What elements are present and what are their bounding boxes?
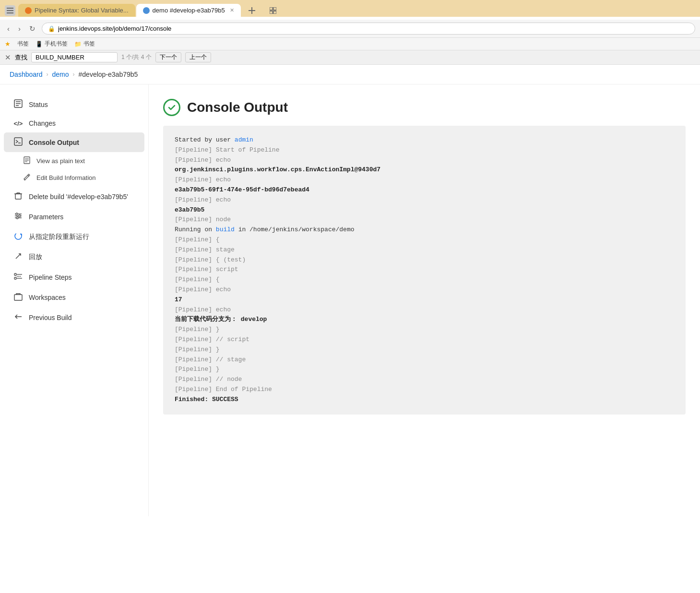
plain-text-icon [23, 156, 31, 166]
svg-point-31 [15, 233, 22, 239]
find-prev-button[interactable]: 上一个 [185, 52, 211, 62]
console-line-16: [Pipeline] echo [175, 285, 674, 295]
bookmark-3-label: 书签 [83, 40, 95, 48]
breadcrumb-dashboard[interactable]: Dashboard [10, 71, 43, 78]
pipeline-steps-label: Pipeline Steps [29, 273, 72, 281]
changes-icon: </> [13, 120, 23, 127]
tab-demo-build[interactable]: demo #develop-e3ab79b5 ✕ [136, 4, 241, 17]
svg-rect-33 [14, 277, 16, 279]
admin-link[interactable]: admin [235, 136, 253, 143]
console-output-label: Console Output [29, 139, 79, 146]
find-next-button[interactable]: 下一个 [155, 52, 181, 62]
nav-refresh-button[interactable]: ↻ [27, 24, 38, 34]
workspaces-label: Workspaces [29, 294, 66, 301]
console-icon [13, 137, 23, 147]
svg-rect-8 [273, 11, 276, 14]
console-header: Console Output [163, 99, 686, 116]
bookmark-2[interactable]: 📱 手机书签 [36, 40, 68, 48]
address-input[interactable] [58, 25, 689, 32]
console-line-10: Running on build in /home/jenkins/worksp… [175, 225, 674, 235]
sidebar-item-status[interactable]: Status [4, 95, 144, 114]
sidebar-item-edit-build[interactable]: Edit Build Information [0, 169, 148, 186]
lock-icon: 🔒 [48, 25, 55, 32]
svg-rect-7 [270, 11, 273, 14]
svg-point-30 [16, 217, 18, 219]
breadcrumb-sep-2: › [73, 71, 75, 78]
edit-build-label: Edit Build Information [36, 174, 96, 181]
restart-label: 从指定阶段重新运行 [29, 233, 89, 241]
browser-chrome: Pipeline Syntax: Global Variable... demo… [0, 0, 700, 17]
view-plain-label: View as plain text [36, 157, 85, 165]
sidebar-item-restart[interactable]: 从指定阶段重新运行 [4, 227, 144, 247]
console-line-11: [Pipeline] { [175, 235, 674, 245]
sidebar-item-workspaces[interactable]: Workspaces [4, 287, 144, 307]
console-line-26: [Pipeline] End of Pipeline [175, 385, 674, 395]
svg-rect-37 [14, 295, 22, 300]
sidebar-item-delete[interactable]: Delete build '#develop-e3ab79b5' [4, 187, 144, 206]
sidebar-item-changes[interactable]: </> Changes [4, 115, 144, 132]
restart-icon [13, 232, 23, 242]
sidebar-item-view-plain[interactable]: View as plain text [0, 153, 148, 169]
status-label: Status [29, 101, 48, 108]
workspaces-icon [13, 292, 23, 302]
breadcrumb: Dashboard › demo › #develop-e3ab79b5 [0, 65, 700, 84]
sidebar-item-console[interactable]: Console Output [4, 132, 144, 152]
bookmark-1[interactable]: 书签 [17, 40, 29, 48]
new-tab-button[interactable] [242, 4, 262, 17]
sidebar-item-replay[interactable]: 回放 [4, 247, 144, 267]
status-icon [13, 99, 23, 109]
changes-label: Changes [29, 119, 56, 127]
svg-rect-32 [14, 273, 16, 275]
pipeline-steps-icon [13, 272, 23, 282]
console-line-15: [Pipeline] { [175, 275, 674, 285]
console-line-8: e3ab79b5 [175, 205, 674, 215]
tabs-row: Pipeline Syntax: Global Variable... demo… [18, 4, 283, 17]
bookmark-3[interactable]: 📁 书签 [74, 40, 95, 48]
browser-menu-icon[interactable] [5, 5, 15, 16]
console-output: Started by user admin [Pipeline] Start o… [163, 126, 686, 415]
breadcrumb-sep-1: › [47, 71, 48, 78]
console-line-19: 当前下载代码分支为： develop [175, 315, 674, 325]
console-line-3: [Pipeline] echo [175, 155, 674, 166]
console-line-2: [Pipeline] Start of Pipeline [175, 145, 674, 155]
breadcrumb-demo[interactable]: demo [52, 71, 69, 78]
console-line-13: [Pipeline] { (test) [175, 255, 674, 265]
console-line-finished: Finished: SUCCESS [175, 395, 674, 405]
svg-rect-4 [249, 10, 255, 11]
console-line-17: 17 [175, 295, 674, 305]
svg-rect-0 [7, 8, 13, 9]
replay-label: 回放 [29, 253, 42, 261]
sidebar-item-previous-build[interactable]: Previous Build [4, 308, 144, 327]
svg-rect-1 [7, 10, 13, 11]
bookmark-1-label: 书签 [17, 40, 29, 48]
console-line-18: [Pipeline] echo [175, 305, 674, 315]
console-line-20: [Pipeline] } [175, 325, 674, 335]
success-icon [163, 99, 180, 116]
nav-back-button[interactable]: ‹ [5, 24, 12, 34]
nav-forward-button[interactable]: › [16, 24, 23, 34]
console-line-21: [Pipeline] // script [175, 335, 674, 345]
find-input[interactable] [31, 52, 118, 62]
console-line-9: [Pipeline] node [175, 215, 674, 225]
find-close-button[interactable]: ✕ [5, 53, 11, 62]
tab2-close-icon[interactable]: ✕ [230, 7, 234, 13]
address-bar[interactable]: 🔒 [42, 23, 695, 35]
breadcrumb-current: #develop-e3ab79b5 [79, 71, 138, 78]
page-content: Dashboard › demo › #develop-e3ab79b5 Sta… [0, 65, 700, 593]
bookmark-star-icon: ★ [5, 40, 11, 47]
svg-rect-2 [7, 12, 13, 13]
svg-rect-20 [15, 194, 21, 199]
previous-build-icon [13, 312, 23, 322]
build-link[interactable]: build [216, 226, 235, 233]
console-line-24: [Pipeline] } [175, 365, 674, 375]
sidebar-item-pipeline-steps[interactable]: Pipeline Steps [4, 267, 144, 287]
delete-build-label: Delete build '#develop-e3ab79b5' [29, 193, 128, 201]
bookmark-2-label: 手机书签 [45, 40, 68, 48]
find-bar: ✕ 查找 1 个/共 4 个 下一个 上一个 [0, 50, 700, 65]
sidebar-item-parameters[interactable]: Parameters [4, 207, 144, 226]
tab-grid-icon[interactable] [263, 4, 283, 17]
console-line-23: [Pipeline] // stage [175, 355, 674, 365]
tab-pipeline-syntax[interactable]: Pipeline Syntax: Global Variable... [18, 4, 135, 17]
svg-point-29 [19, 215, 21, 217]
phone-icon: 📱 [36, 41, 43, 47]
